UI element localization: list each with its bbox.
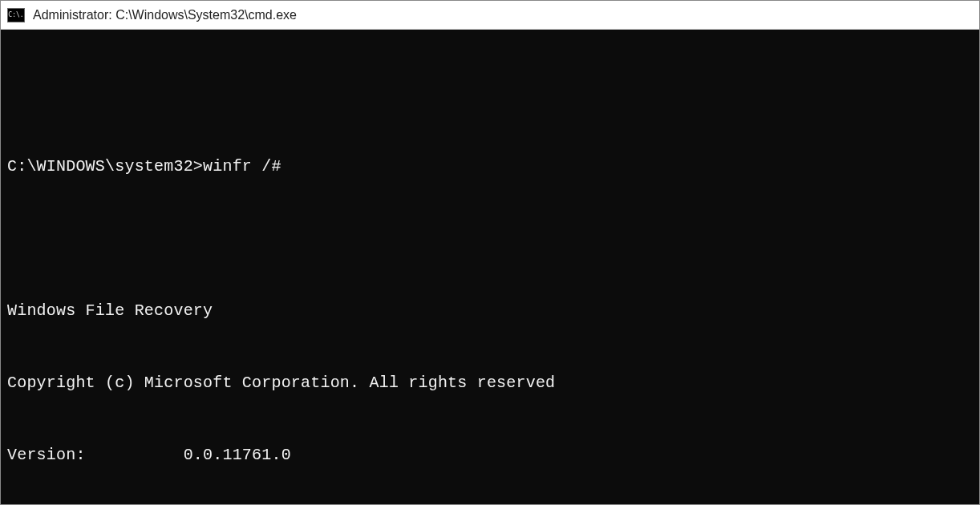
app-name: Windows File Recovery bbox=[7, 299, 973, 323]
blank-line bbox=[7, 83, 973, 107]
prompt-line: C:\WINDOWS\system32>winfr /# bbox=[7, 155, 973, 179]
version-spacer bbox=[86, 446, 184, 464]
cmd-icon-glyph: C:\. bbox=[8, 12, 23, 18]
version-label: Version: bbox=[7, 446, 86, 464]
prompt: C:\WINDOWS\system32> bbox=[7, 157, 203, 176]
version-line: Version: 0.0.11761.0 bbox=[7, 443, 973, 467]
command-text: winfr /# bbox=[203, 157, 281, 176]
terminal-area[interactable]: C:\WINDOWS\system32>winfr /# Windows Fil… bbox=[1, 30, 979, 504]
window-titlebar: C:\. Administrator: C:\Windows\System32\… bbox=[1, 1, 979, 30]
version-value: 0.0.11761.0 bbox=[184, 446, 291, 464]
window-title: Administrator: C:\Windows\System32\cmd.e… bbox=[33, 8, 297, 22]
copyright-line: Copyright (c) Microsoft Corporation. All… bbox=[7, 371, 973, 395]
cmd-icon: C:\. bbox=[7, 8, 25, 22]
blank-line bbox=[7, 227, 973, 251]
